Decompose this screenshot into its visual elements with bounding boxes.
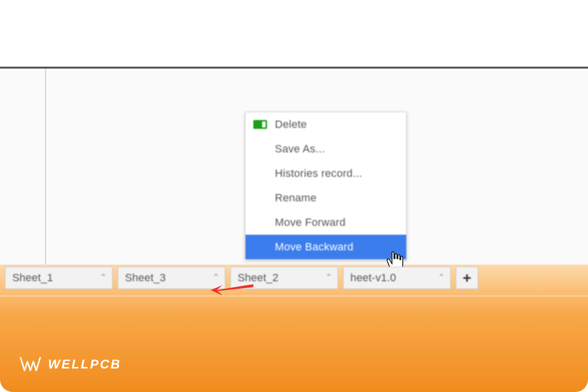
bottom-divider <box>0 295 588 297</box>
menu-item-save-as[interactable]: Save As... <box>245 137 406 161</box>
vertical-guide <box>45 69 46 265</box>
sheet-context-menu: Delete Save As... Histories record... Re… <box>245 112 407 260</box>
sheet-tab-1[interactable]: Sheet_1 ˄ <box>5 267 113 289</box>
menu-item-label: Histories record... <box>275 167 362 180</box>
add-sheet-button[interactable]: + <box>456 267 478 289</box>
menu-item-label: Delete <box>275 118 307 131</box>
sheet-tab-2[interactable]: Sheet_2 ˄ <box>230 267 338 289</box>
menu-item-rename[interactable]: Rename <box>245 186 406 210</box>
chevron-up-icon: ˄ <box>213 272 219 283</box>
sheet-tab-v1[interactable]: heet-v1.0 ˄ <box>343 267 451 289</box>
menu-item-label: Save As... <box>275 143 325 155</box>
screenshot-card: Delete Save As... Histories record... Re… <box>0 0 588 392</box>
menu-item-histories-record[interactable]: Histories record... <box>245 161 406 186</box>
chevron-up-icon: ˄ <box>325 272 331 283</box>
menu-item-delete[interactable]: Delete <box>245 112 406 137</box>
chevron-up-icon: ˄ <box>438 272 444 283</box>
add-label: + <box>463 270 471 286</box>
sheet-tab-label: Sheet_1 <box>12 271 53 284</box>
menu-item-label: Move Forward <box>275 216 345 229</box>
sheet-tab-3[interactable]: Sheet_3 ˄ <box>118 267 225 289</box>
battery-icon <box>253 120 267 129</box>
menu-item-label: Move Backward <box>275 241 353 253</box>
header-blank-area <box>0 0 588 67</box>
sheet-tab-label: heet-v1.0 <box>350 271 396 284</box>
chevron-up-icon: ˄ <box>100 272 106 283</box>
wellpcb-logo-icon <box>20 356 41 372</box>
sheet-tab-label: Sheet_2 <box>238 271 278 284</box>
menu-item-label: Rename <box>275 192 317 204</box>
menu-item-move-backward[interactable]: Move Backward <box>245 235 406 259</box>
brand-watermark: WELLPCB <box>20 356 122 372</box>
menu-item-move-forward[interactable]: Move Forward <box>245 210 406 235</box>
brand-text: WELLPCB <box>48 357 122 372</box>
sheet-tab-label: Sheet_3 <box>125 271 166 284</box>
sheet-tab-bar: Sheet_1 ˄ Sheet_3 ˄ Sheet_2 ˄ heet-v1.0 … <box>5 267 478 289</box>
